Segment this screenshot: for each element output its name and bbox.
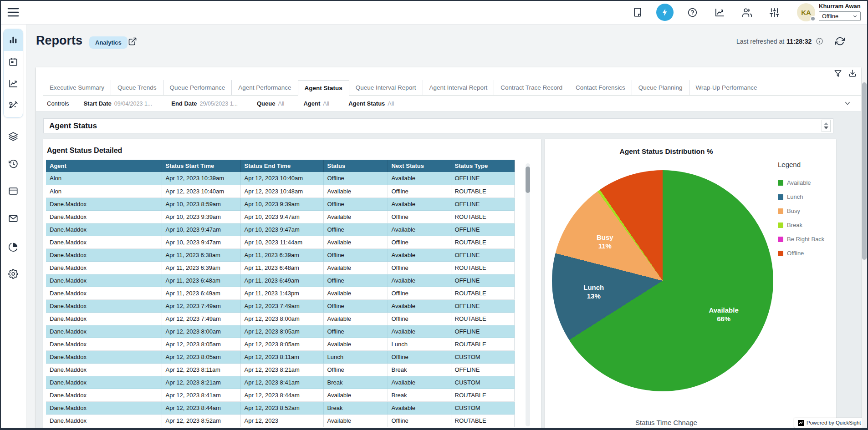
- help-icon[interactable]: [687, 7, 698, 18]
- table-cell: Apr 11, 2023 6:38am: [162, 248, 240, 261]
- table-row[interactable]: Dane.MaddoxApr 12, 2023 8:00amApr 12, 20…: [46, 325, 514, 338]
- table-row[interactable]: Dane.MaddoxApr 11, 2023 6:38amApr 11, 20…: [46, 248, 514, 261]
- table-cell: Offline: [388, 287, 451, 299]
- table-row[interactable]: Dane.MaddoxApr 12, 2023 8:44amApr 12, 20…: [46, 401, 514, 414]
- table-row[interactable]: Dane.MaddoxApr 12, 2023 8:05amApr 12, 20…: [46, 350, 514, 363]
- filter-icon[interactable]: [834, 69, 842, 77]
- tab-queue-trends[interactable]: Queue Trends: [111, 80, 163, 95]
- column-header-next-status[interactable]: Next Status: [388, 160, 451, 172]
- table-row[interactable]: Dane.MaddoxApr 12, 2023 8:52amApr 12, 20…: [46, 414, 514, 427]
- sidebar-item-schedule[interactable]: [4, 51, 23, 73]
- tab-queue-interval-report[interactable]: Queue Interval Report: [349, 80, 423, 95]
- table-row[interactable]: Dane.MaddoxApr 10, 2023 9:47amApr 10, 20…: [46, 223, 514, 236]
- tab-agent-interval-report[interactable]: Agent Interval Report: [423, 80, 494, 95]
- sidebar-item-settings[interactable]: [5, 266, 21, 282]
- sidebar-item-history[interactable]: [5, 156, 21, 172]
- sidebar-item-mail[interactable]: [5, 210, 21, 227]
- filter-agent-status[interactable]: Agent StatusAll: [348, 100, 394, 107]
- filter-start-date[interactable]: Start Date09/04/2023 1...: [83, 100, 152, 107]
- sidebar-item-window[interactable]: [5, 183, 21, 199]
- agent-status-pie-chart[interactable]: Available66%Lunch13%Busy11%: [552, 170, 773, 391]
- stepper-down-icon[interactable]: [824, 126, 828, 129]
- table-row[interactable]: Dane.MaddoxApr 11, 2023 6:48amApr 11, 20…: [46, 274, 514, 287]
- last-refreshed-label: Last refreshed at: [736, 38, 784, 45]
- table-cell: Apr 12, 2023 8:52am: [162, 414, 240, 427]
- tab-agent-status[interactable]: Agent Status: [298, 80, 349, 96]
- controls-collapse-chevron-icon[interactable]: [844, 100, 851, 107]
- legend-item-break[interactable]: Break: [778, 222, 835, 228]
- settings-sliders-icon[interactable]: [769, 7, 780, 18]
- sidebar-item-pie-reports[interactable]: [5, 239, 21, 255]
- column-header-status-start-time[interactable]: Status Start Time: [162, 160, 240, 172]
- user-status-select[interactable]: Offline: [819, 11, 861, 21]
- powered-by-quicksight-badge[interactable]: Powered by QuickSight: [794, 418, 865, 428]
- table-cell: Available: [323, 414, 388, 427]
- tab-contract-trace-record[interactable]: Contract Trace Record: [494, 80, 569, 95]
- column-header-status[interactable]: Status: [323, 160, 388, 172]
- table-row[interactable]: Dane.MaddoxApr 12, 2023 7:49amApr 12, 20…: [46, 312, 514, 325]
- hamburger-menu-icon[interactable]: [7, 7, 19, 18]
- info-icon[interactable]: [816, 37, 823, 45]
- table-row[interactable]: Dane.MaddoxApr 12, 2023 8:41amApr 12, 20…: [46, 389, 514, 401]
- column-header-agent[interactable]: Agent: [46, 160, 162, 172]
- avatar[interactable]: KA: [797, 3, 815, 21]
- legend-item-offline[interactable]: Offline: [778, 250, 835, 257]
- legend-item-be-right-back[interactable]: Be Right Back: [778, 236, 835, 243]
- table-row[interactable]: Dane.MaddoxApr 11, 2023 6:39amApr 11, 20…: [46, 261, 514, 274]
- sidebar-item-layers[interactable]: [5, 128, 21, 145]
- filter-queue[interactable]: QueueAll: [257, 100, 284, 107]
- tab-contact-forensics[interactable]: Contact Forensics: [569, 80, 632, 95]
- table-row[interactable]: AlonApr 12, 2023 10:39amApr 12, 2023 10:…: [46, 172, 514, 185]
- tab-queue-planning[interactable]: Queue Planning: [632, 80, 689, 95]
- sidebar-item-design[interactable]: [4, 95, 23, 116]
- tab-agent-performance[interactable]: Agent Performance: [231, 80, 297, 95]
- legend-item-lunch[interactable]: Lunch: [778, 193, 835, 200]
- legend-item-busy[interactable]: Busy: [778, 207, 835, 214]
- chevron-down-icon: [853, 14, 858, 19]
- table-cell: Apr 10, 2023 8:59am: [162, 197, 240, 210]
- table-cell: Dane.Maddox: [46, 312, 162, 325]
- tab-queue-performance[interactable]: Queue Performance: [163, 80, 232, 95]
- table-row[interactable]: Dane.MaddoxApr 12, 2023 7:49amApr 12, 20…: [46, 299, 514, 312]
- table-cell: Available: [323, 389, 388, 401]
- table-cell: Break: [323, 376, 388, 389]
- table-cell: CUSTOM: [451, 350, 514, 363]
- refresh-button[interactable]: [835, 36, 845, 46]
- quick-actions-bolt-icon[interactable]: [659, 7, 670, 18]
- table-row[interactable]: Dane.MaddoxApr 10, 2023 9:47amApr 10, 20…: [46, 236, 514, 248]
- legend-swatch: [778, 180, 783, 186]
- table-row[interactable]: AlonApr 12, 2023 10:40amApr 12, 2023 10:…: [46, 185, 514, 197]
- legend-label: Busy: [787, 207, 800, 214]
- tab-executive-summary[interactable]: Executive Summary: [43, 80, 111, 95]
- legend-title: Legend: [778, 161, 835, 168]
- column-header-status-type[interactable]: Status Type: [451, 160, 514, 172]
- column-header-status-end-time[interactable]: Status End Time: [240, 160, 323, 172]
- sidebar-item-reports[interactable]: [4, 73, 23, 95]
- legend-item-available[interactable]: Available: [778, 179, 835, 186]
- users-icon[interactable]: [741, 7, 752, 18]
- window-scrollbar-thumb[interactable]: [862, 82, 867, 260]
- filter-agent[interactable]: AgentAll: [303, 100, 329, 107]
- table-row[interactable]: Dane.MaddoxApr 12, 2023 8:05amApr 12, 20…: [46, 338, 514, 350]
- sidebar-item-dashboards[interactable]: [4, 29, 23, 51]
- table-cell: Available: [323, 185, 388, 197]
- table-scrollbar-thumb[interactable]: [526, 167, 530, 193]
- controls-label: Controls: [47, 100, 69, 107]
- table-row[interactable]: Dane.MaddoxApr 10, 2023 9:39amApr 10, 20…: [46, 210, 514, 223]
- external-link-icon[interactable]: [128, 37, 137, 46]
- table-row[interactable]: Dane.MaddoxApr 12, 2023 8:21amApr 12, 20…: [46, 376, 514, 389]
- table-cell: Offline: [388, 312, 451, 325]
- table-row[interactable]: Dane.MaddoxApr 12, 2023 8:11amApr 12, 20…: [46, 363, 514, 376]
- download-icon[interactable]: [848, 69, 857, 77]
- section-title: Agent Status: [49, 121, 97, 131]
- table-row[interactable]: Dane.MaddoxApr 10, 2023 8:59amApr 10, 20…: [46, 197, 514, 210]
- tab-wrap-up-performance[interactable]: Wrap-Up Performance: [689, 80, 764, 95]
- notes-icon[interactable]: [632, 7, 643, 18]
- table-cell: Apr 10, 2023 11:44am: [240, 236, 323, 248]
- pie-slice-label-available: Available66%: [709, 305, 738, 323]
- filter-end-date[interactable]: End Date29/05/2023 1...: [171, 100, 238, 107]
- stepper-up-icon[interactable]: [824, 122, 828, 125]
- table-cell: Dane.Maddox: [46, 325, 162, 338]
- table-row[interactable]: Dane.MaddoxApr 11, 2023 6:49amApr 11, 20…: [46, 287, 514, 299]
- analytics-chart-icon[interactable]: [714, 7, 725, 18]
